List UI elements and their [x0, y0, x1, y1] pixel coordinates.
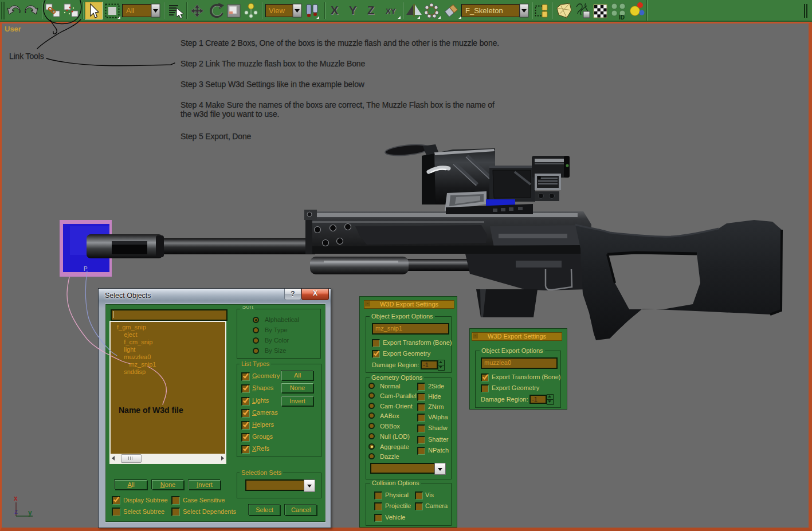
svg-text:P: P	[84, 266, 88, 272]
svg-text:y: y	[28, 509, 32, 517]
svg-text:x: x	[14, 494, 18, 502]
